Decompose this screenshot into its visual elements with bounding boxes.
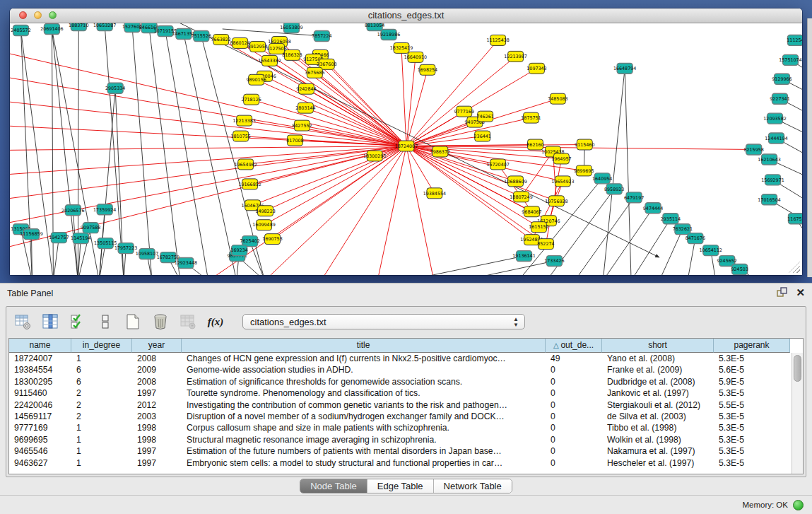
row-height-icon[interactable] <box>96 313 114 331</box>
network-node[interactable]: 12444194 <box>765 133 787 144</box>
network-node[interactable]: 8958923 <box>604 184 624 194</box>
table-cell[interactable]: 2009 <box>132 364 182 375</box>
network-node[interactable]: 7857224 <box>312 30 331 41</box>
table-cell[interactable]: Corpus callosum shape and size in male p… <box>182 422 546 433</box>
table-row[interactable]: 1872400712008Changes of HCN gene express… <box>9 353 803 364</box>
table-cell[interactable]: 1997 <box>132 387 182 399</box>
table-cell[interactable]: 5.3E-5 <box>714 457 790 469</box>
network-node[interactable]: 1810755 <box>230 131 250 141</box>
network-node[interactable]: 12923448 <box>175 258 197 269</box>
network-node[interactable]: 1698254 <box>418 64 437 75</box>
table-cell[interactable]: Yano et al. (2008) <box>602 353 714 364</box>
network-node[interactable]: 8186328 <box>282 49 302 60</box>
network-node[interactable]: 19384554 <box>423 188 446 199</box>
window-titlebar[interactable]: citations_edges.txt <box>10 8 802 23</box>
column-header-year[interactable]: year <box>132 339 182 353</box>
table-cell[interactable]: 6 <box>71 364 132 375</box>
table-cell[interactable]: 1 <box>71 445 132 457</box>
network-node[interactable]: 19218986 <box>377 29 400 40</box>
table-row[interactable]: 1830029562008Estimation of significance … <box>9 376 803 387</box>
network-node[interactable]: 1097343 <box>526 63 546 74</box>
network-node[interactable]: 852274 <box>537 239 554 250</box>
table-cell[interactable]: Disruption of a novel member of a sodium… <box>182 411 546 422</box>
table-cell[interactable]: Wolkin et al. (1998) <box>602 434 714 445</box>
table-row[interactable]: 946554611997Estimation of the future num… <box>9 445 803 457</box>
table-cell[interactable]: 9465546 <box>9 445 71 457</box>
table-cell[interactable]: 1 <box>71 457 132 469</box>
table-cell[interactable]: 5.9E-5 <box>714 376 790 387</box>
table-cell[interactable]: 9777169 <box>9 422 71 433</box>
network-node[interactable]: 10653287 <box>93 23 116 30</box>
network-node[interactable]: 16543382 <box>258 55 281 66</box>
network-node[interactable]: 9777169 <box>454 106 474 117</box>
network-node[interactable]: 8427552 <box>292 120 312 131</box>
table-cell[interactable]: Genome-wide association studies in ADHD. <box>182 364 546 375</box>
table-cell[interactable]: 2012 <box>132 399 182 411</box>
network-node[interactable]: 116753 <box>787 214 802 224</box>
network-node[interactable]: 9129966 <box>772 74 792 84</box>
network-node[interactable]: 8912954 <box>247 41 267 52</box>
table-cell[interactable]: 0 <box>546 399 602 411</box>
network-node[interactable]: 1615152 <box>529 222 548 233</box>
table-cell[interactable]: 19384554 <box>9 364 71 375</box>
table-cell[interactable]: Dudbridge et al. (2008) <box>602 376 714 387</box>
table-cell[interactable]: Estimation of the future numbers of pati… <box>182 445 546 457</box>
network-node[interactable]: 17016504 <box>758 194 780 205</box>
table-cell[interactable]: Estimation of significance thresholds fo… <box>182 376 546 387</box>
table-row[interactable]: 911546021997Tourette syndrome. Phenomeno… <box>9 387 803 399</box>
table-cell[interactable]: 14569117 <box>9 411 71 422</box>
network-node[interactable]: 15751074 <box>779 54 801 65</box>
network-node[interactable]: 7485083 <box>548 93 567 104</box>
table-cell[interactable]: 0 <box>546 434 602 445</box>
table-cell[interactable]: 18724007 <box>9 353 71 364</box>
table-cell[interactable]: 1998 <box>132 434 182 445</box>
table-settings-icon[interactable] <box>13 313 32 331</box>
close-panel-icon[interactable]: ✕ <box>796 287 805 298</box>
table-cell[interactable]: Investigating the contribution of common… <box>182 399 546 411</box>
network-canvas[interactable]: 2405572206914061883710106532871527602846… <box>10 23 802 275</box>
network-node[interactable]: 7986372 <box>430 146 450 157</box>
table-cell[interactable]: Structural magnetic resonance image aver… <box>182 434 546 445</box>
table-scrollbar[interactable] <box>792 353 803 474</box>
network-node[interactable]: 2935114 <box>661 214 681 224</box>
table-row[interactable]: 946362711997Embryonic stem cells: a mode… <box>9 457 803 469</box>
network-node[interactable]: 1883710 <box>69 23 88 30</box>
network-node[interactable]: 20206576 <box>61 205 84 216</box>
network-node[interactable]: 2718126 <box>241 94 261 105</box>
table-cell[interactable]: 2 <box>71 411 132 422</box>
network-node[interactable]: 1733426 <box>544 256 564 267</box>
column-header-in_degree[interactable]: in_degree <box>71 339 132 353</box>
function-builder-icon[interactable]: f(x) <box>206 313 225 331</box>
tab-node-table[interactable]: Node Table <box>300 479 367 493</box>
network-node[interactable]: 924503 <box>731 264 748 275</box>
network-node[interactable]: 2803144 <box>295 103 315 113</box>
network-node[interactable]: 746261 <box>477 111 494 122</box>
network-node[interactable]: 1690753 <box>262 234 282 245</box>
table-cell[interactable]: 5.5E-5 <box>714 399 790 411</box>
select-columns-icon[interactable] <box>69 313 87 331</box>
network-node[interactable]: 862160 <box>526 139 543 150</box>
network-node[interactable]: 9227341 <box>770 93 789 104</box>
table-cell[interactable]: 1 <box>71 422 132 433</box>
table-cell[interactable]: 0 <box>546 445 602 457</box>
network-node[interactable]: 1942757 <box>49 233 69 243</box>
network-node[interactable]: 169234 <box>230 245 247 256</box>
network-node[interactable]: 19756928 <box>545 196 567 206</box>
network-node[interactable]: 10958107 <box>136 249 158 259</box>
new-column-icon[interactable] <box>124 313 142 331</box>
table-cell[interactable]: 18300295 <box>9 376 71 387</box>
table-cell[interactable]: Embryonic stem cells: a model to study s… <box>182 457 546 469</box>
network-node[interactable]: 9474444 <box>643 203 663 214</box>
delete-column-icon[interactable] <box>151 313 170 331</box>
network-node[interactable]: 9899695 <box>574 165 594 176</box>
network-node[interactable]: 7663822 <box>211 34 231 45</box>
column-header-short[interactable]: short <box>602 339 714 353</box>
tab-network-table[interactable]: Network Table <box>433 479 512 493</box>
table-cell[interactable]: Changes of HCN gene expression and I(f) … <box>182 353 546 364</box>
table-cell[interactable]: 0 <box>546 364 602 375</box>
table-cell[interactable]: 9115460 <box>9 387 71 399</box>
network-node[interactable]: 19136141 <box>512 251 535 262</box>
network-node[interactable]: 6479197 <box>624 192 644 203</box>
table-row[interactable]: 2242004622012Investigating the contribut… <box>9 399 803 411</box>
column-header-out_de[interactable]: △ out_de... <box>546 339 602 353</box>
